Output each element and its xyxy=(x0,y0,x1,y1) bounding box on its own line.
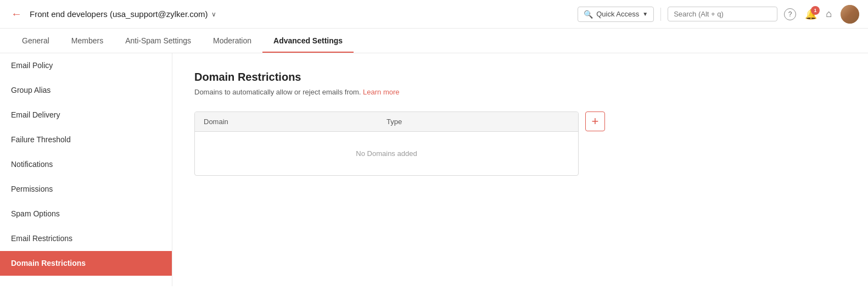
chevron-down-icon: ∨ xyxy=(211,10,216,18)
add-domain-button[interactable]: + xyxy=(585,111,605,131)
group-title[interactable]: Front end developers (usa_support@zylker… xyxy=(30,9,216,19)
domain-table: Domain Type No Domains added xyxy=(194,111,579,176)
sidebar-item-failure-threshold[interactable]: Failure Threshold xyxy=(0,127,172,152)
table-header: Domain Type xyxy=(195,112,578,132)
search-icon: 🔍 xyxy=(584,10,593,19)
plus-icon: + xyxy=(592,114,599,129)
tab-advanced-settings[interactable]: Advanced Settings xyxy=(262,29,354,53)
main-layout: Email Policy Group Alias Email Delivery … xyxy=(0,53,868,286)
page-title: Domain Restrictions xyxy=(194,71,846,83)
topbar-icons: ? 🔔 1 ⌂ xyxy=(784,5,859,24)
empty-state-message: No Domains added xyxy=(204,143,569,164)
tabbar: General Members Anti-Spam Settings Moder… xyxy=(0,29,868,53)
notification-badge: 1 xyxy=(811,6,820,15)
content-description: Domains to automatically allow or reject… xyxy=(194,88,846,96)
sidebar-item-email-restrictions[interactable]: Email Restrictions xyxy=(0,226,172,251)
sidebar-item-group-alias[interactable]: Group Alias xyxy=(0,78,172,103)
sidebar-item-email-delivery[interactable]: Email Delivery xyxy=(0,103,172,127)
content-area: Domain Restrictions Domains to automatic… xyxy=(172,53,868,286)
home-icon: ⌂ xyxy=(826,8,832,20)
help-button[interactable]: ? xyxy=(784,8,796,20)
sidebar-item-domain-restrictions[interactable]: Domain Restrictions xyxy=(0,251,172,276)
avatar-image xyxy=(841,5,859,24)
quick-access-button[interactable]: 🔍 Quick Access ▼ xyxy=(578,7,654,22)
table-wrapper: Domain Type No Domains added + xyxy=(194,111,846,176)
sidebar-item-permissions[interactable]: Permissions xyxy=(0,177,172,202)
topbar: ← Front end developers (usa_support@zylk… xyxy=(0,0,868,29)
tab-members[interactable]: Members xyxy=(60,29,114,53)
search-input[interactable] xyxy=(668,7,777,21)
column-domain: Domain xyxy=(204,118,387,126)
topbar-right: 🔍 Quick Access ▼ ? 🔔 1 ⌂ xyxy=(578,5,859,24)
table-body: No Domains added xyxy=(195,132,578,175)
back-button[interactable]: ← xyxy=(9,5,24,23)
topbar-left: ← Front end developers (usa_support@zylk… xyxy=(9,5,571,23)
divider xyxy=(660,8,661,21)
sidebar: Email Policy Group Alias Email Delivery … xyxy=(0,53,172,286)
sidebar-item-notifications[interactable]: Notifications xyxy=(0,152,172,177)
tab-anti-spam[interactable]: Anti-Spam Settings xyxy=(114,29,202,53)
sidebar-item-spam-options[interactable]: Spam Options xyxy=(0,202,172,226)
learn-more-link[interactable]: Learn more xyxy=(363,88,399,96)
column-type: Type xyxy=(387,118,569,126)
back-icon: ← xyxy=(11,8,22,20)
tab-moderation[interactable]: Moderation xyxy=(202,29,262,53)
help-icon: ? xyxy=(784,8,796,20)
tab-general[interactable]: General xyxy=(11,29,60,53)
home-button[interactable]: ⌂ xyxy=(826,8,832,20)
notification-button[interactable]: 🔔 1 xyxy=(805,8,817,20)
sidebar-item-email-policy[interactable]: Email Policy xyxy=(0,53,172,78)
dropdown-icon: ▼ xyxy=(642,11,648,17)
avatar[interactable] xyxy=(841,5,859,24)
